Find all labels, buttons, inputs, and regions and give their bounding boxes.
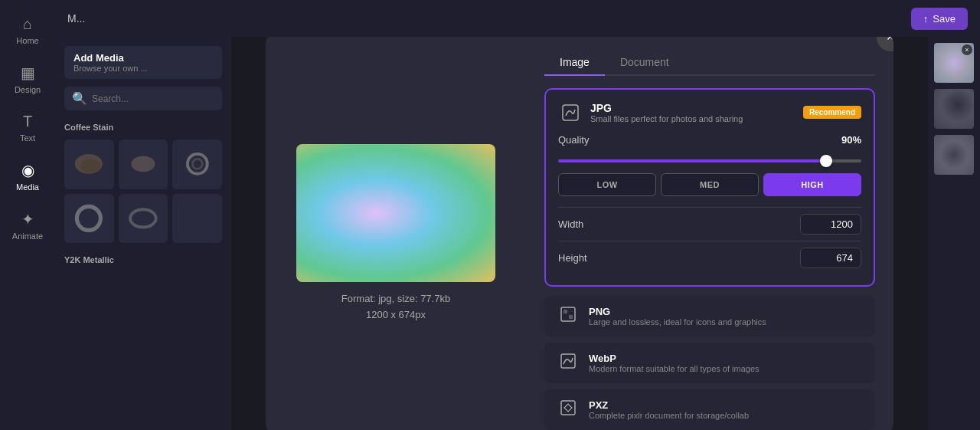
svg-rect-12 <box>561 401 575 415</box>
width-input[interactable] <box>800 214 861 235</box>
svg-point-1 <box>81 159 101 173</box>
svg-rect-8 <box>561 307 575 321</box>
stickers-grid <box>64 140 222 243</box>
format-name: JPG <box>590 102 743 114</box>
canvas-area: × Format: jpg, size: 77.7kb 1200 x 674px <box>231 37 928 430</box>
pxz-icon <box>557 399 580 421</box>
add-media-title: Add Media <box>74 52 213 64</box>
left-panel: Add Media Browse your own ... 🔍 Coffee S… <box>55 37 231 430</box>
quality-slider-container <box>558 152 861 166</box>
thumbnail-2[interactable] <box>934 89 974 129</box>
quality-med-button[interactable]: MED <box>661 173 759 196</box>
svg-rect-7 <box>563 105 578 120</box>
quality-row: Quality 90% <box>558 134 861 146</box>
quality-value: 90% <box>841 134 861 146</box>
text-icon: T <box>23 113 32 130</box>
add-media-button[interactable]: Add Media Browse your own ... <box>64 46 222 79</box>
png-text: PNG Large and lossless, ideal for icons … <box>589 306 766 327</box>
tab-image[interactable]: Image <box>544 50 605 76</box>
search-input[interactable] <box>92 94 214 104</box>
height-label: Height <box>558 252 587 264</box>
sidebar: ⌂ Home ▦ Design T Text ◉ Media ✦ Animate <box>0 0 55 430</box>
design-icon: ▦ <box>21 64 35 82</box>
modal-overlay: × Format: jpg, size: 77.7kb 1200 x 674px <box>231 37 928 430</box>
save-button[interactable]: ↑ Save <box>911 8 968 30</box>
sidebar-item-home-label: Home <box>16 36 38 45</box>
right-panel: × <box>928 37 980 430</box>
svg-rect-10 <box>569 315 573 319</box>
width-row: Width <box>558 207 861 241</box>
sticker-item[interactable] <box>64 194 114 244</box>
content-area: Add Media Browse your own ... 🔍 Coffee S… <box>55 37 980 430</box>
pxz-description: Complete pixlr document for storage/coll… <box>589 411 749 420</box>
svg-rect-9 <box>564 310 567 313</box>
png-format-option[interactable]: PNG Large and lossless, ideal for icons … <box>544 296 875 336</box>
thumbnail-1[interactable]: × <box>934 43 974 83</box>
save-icon: ↑ <box>923 13 929 25</box>
sticker-item[interactable] <box>119 194 168 244</box>
jpg-icon <box>558 100 583 125</box>
sidebar-item-design[interactable]: ▦ Design <box>5 56 51 102</box>
sidebar-item-text-label: Text <box>20 133 35 143</box>
sticker-item[interactable] <box>172 194 222 244</box>
png-name: PNG <box>589 306 766 317</box>
svg-rect-11 <box>561 354 575 368</box>
pxz-format-option[interactable]: PXZ Complete pixlr document for storage/… <box>544 389 875 430</box>
search-box: 🔍 <box>64 87 222 110</box>
sidebar-item-home[interactable]: ⌂ Home <box>5 8 51 53</box>
sidebar-item-media-label: Media <box>16 182 39 192</box>
svg-point-4 <box>192 159 202 169</box>
sidebar-item-text[interactable]: T Text <box>5 105 51 150</box>
home-icon: ⌂ <box>23 15 32 33</box>
thumbnail-2-image <box>934 89 974 129</box>
modal-tabs: Image Document <box>544 50 875 76</box>
format-text: JPG Small files perfect for photos and s… <box>590 102 743 123</box>
webp-text: WebP Modern format suitable for all type… <box>589 353 760 373</box>
thumbnail-3[interactable] <box>934 135 974 175</box>
tab-document[interactable]: Document <box>605 50 684 76</box>
quality-high-button[interactable]: HIGH <box>763 173 861 196</box>
webp-description: Modern format suitable for all types of … <box>589 364 760 373</box>
topbar-title: M... <box>67 12 85 25</box>
sidebar-item-animate[interactable]: ✦ Animate <box>5 202 51 248</box>
sidebar-item-design-label: Design <box>15 85 41 94</box>
modal-preview-panel: Format: jpg, size: 77.7kb 1200 x 674px <box>266 37 526 430</box>
format-card-header: JPG Small files perfect for photos and s… <box>558 100 861 125</box>
sticker-item[interactable] <box>172 140 222 189</box>
pxz-text: PXZ Complete pixlr document for storage/… <box>589 399 749 420</box>
svg-point-3 <box>188 154 207 174</box>
recommend-badge: Recommend <box>803 106 861 119</box>
thumbnail-3-image <box>934 135 974 175</box>
main-area: M... ↑ Save Add Media Browse your own ..… <box>55 0 980 430</box>
preview-image <box>296 144 495 282</box>
png-description: Large and lossless, ideal for icons and … <box>589 317 766 327</box>
export-modal: × Format: jpg, size: 77.7kb 1200 x 674px <box>266 37 893 430</box>
modal-settings-panel: Image Document <box>526 37 893 430</box>
height-input[interactable] <box>800 248 861 268</box>
width-label: Width <box>558 218 583 230</box>
sticker-item[interactable] <box>64 140 114 189</box>
svg-point-6 <box>130 209 156 227</box>
add-media-subtitle: Browse your own ... <box>74 64 213 73</box>
coffee-stain-section-title: Coffee Stain <box>64 123 222 132</box>
svg-point-5 <box>77 206 101 230</box>
format-info: JPG Small files perfect for photos and s… <box>558 100 743 125</box>
sidebar-item-animate-label: Animate <box>12 231 43 241</box>
media-icon: ◉ <box>21 161 34 179</box>
quality-buttons: LOW MED HIGH <box>558 173 861 196</box>
search-icon: 🔍 <box>72 91 87 106</box>
format-description: Small files perfect for photos and shari… <box>590 114 743 123</box>
quality-label: Quality <box>558 134 589 146</box>
svg-point-2 <box>131 156 155 172</box>
y2k-section-title: Y2K Metallic <box>64 255 222 264</box>
quality-slider[interactable] <box>558 159 861 162</box>
webp-format-option[interactable]: WebP Modern format suitable for all type… <box>544 343 875 383</box>
jpg-format-card[interactable]: JPG Small files perfect for photos and s… <box>544 88 875 287</box>
webp-icon <box>557 352 580 374</box>
sticker-item[interactable] <box>119 140 168 189</box>
webp-name: WebP <box>589 353 760 364</box>
sidebar-item-media[interactable]: ◉ Media <box>5 153 51 199</box>
thumbnail-1-close[interactable]: × <box>962 44 972 55</box>
quality-low-button[interactable]: LOW <box>558 173 656 196</box>
height-row: Height <box>558 241 861 274</box>
